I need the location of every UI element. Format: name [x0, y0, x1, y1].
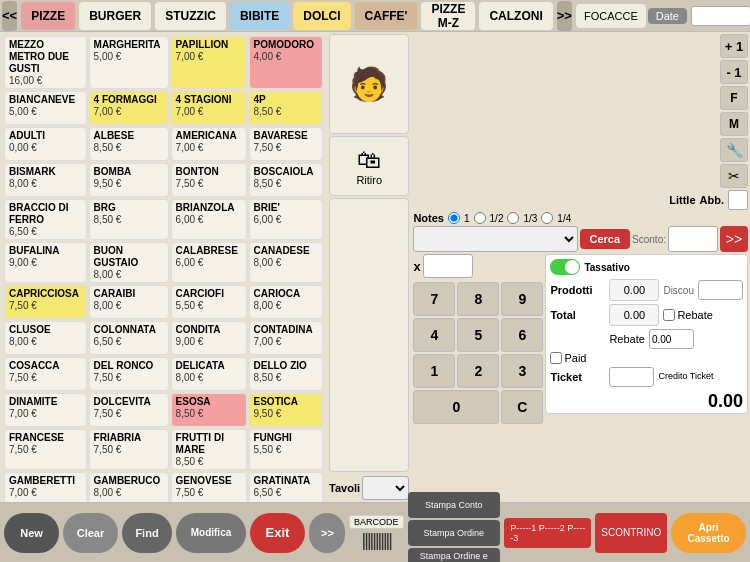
- nav-forward-button[interactable]: >>: [557, 1, 572, 31]
- category-bibite[interactable]: BIBITE: [230, 2, 289, 30]
- num-9[interactable]: 9: [501, 282, 543, 316]
- rebate-checkbox[interactable]: [663, 309, 675, 321]
- num-6[interactable]: 6: [501, 318, 543, 352]
- wrench-button[interactable]: 🔧: [720, 138, 748, 162]
- cerca-button[interactable]: Cerca: [580, 229, 631, 249]
- num-7[interactable]: 7: [413, 282, 455, 316]
- pizza-item[interactable]: CLUSOE 8,00 €: [4, 321, 87, 355]
- pizza-item[interactable]: FRUTTI DI MARE 8,50 €: [171, 429, 247, 470]
- cerca-dropdown[interactable]: [413, 226, 577, 252]
- waiter-box[interactable]: 🧑: [329, 34, 409, 134]
- pizza-item[interactable]: ESOSA 8,50 €: [171, 393, 247, 427]
- pizza-item[interactable]: 4 FORMAGGI 7,00 €: [89, 91, 169, 125]
- radio-quarter[interactable]: [541, 212, 553, 224]
- pizza-item[interactable]: POMODORO 4,00 €: [249, 36, 324, 89]
- pizza-item[interactable]: CARAIBI 8,00 €: [89, 285, 169, 319]
- minus-one-button[interactable]: - 1: [720, 60, 748, 84]
- pizza-item[interactable]: DINAMITE 7,00 €: [4, 393, 87, 427]
- num-5[interactable]: 5: [457, 318, 499, 352]
- find-button[interactable]: Find: [122, 513, 172, 553]
- category-focacce[interactable]: FOCACCE: [576, 4, 646, 28]
- num-4[interactable]: 4: [413, 318, 455, 352]
- num-2[interactable]: 2: [457, 354, 499, 388]
- nav-back-button[interactable]: <<: [2, 1, 17, 31]
- pizza-item[interactable]: PAPILLION 7,00 €: [171, 36, 247, 89]
- ticket-input[interactable]: [609, 367, 654, 387]
- pizza-item[interactable]: CARCIOFI 5,50 €: [171, 285, 247, 319]
- num-0[interactable]: 0: [413, 390, 499, 424]
- radio-1[interactable]: [448, 212, 460, 224]
- stampa-ordine-button[interactable]: Stampa Ordine: [408, 520, 501, 546]
- scontrino-button[interactable]: SCONTRINO: [595, 513, 667, 553]
- pizza-item[interactable]: MEZZO METRO DUE GUSTI 16,00 €: [4, 36, 87, 89]
- new-button[interactable]: New: [4, 513, 59, 553]
- pizza-item[interactable]: FUNGHI 5,50 €: [249, 429, 324, 470]
- clear-button[interactable]: Clear: [63, 513, 118, 553]
- category-calzoni[interactable]: CALZONI: [479, 2, 552, 30]
- apri-cassetto-button[interactable]: Apri Cassetto: [671, 513, 746, 553]
- pizza-item[interactable]: FRIABRIA 7,50 €: [89, 429, 169, 470]
- category-pizze[interactable]: PIZZE: [21, 2, 75, 30]
- pizza-item[interactable]: BRIE' 6,00 €: [249, 199, 324, 240]
- pizza-item[interactable]: ESOTICA 9,50 €: [249, 393, 324, 427]
- pizza-item[interactable]: BRIANZOLA 6,00 €: [171, 199, 247, 240]
- pizza-item[interactable]: BUFALINA 9,00 €: [4, 242, 87, 283]
- rebate-input[interactable]: [649, 329, 694, 349]
- paid-checkbox[interactable]: [550, 352, 562, 364]
- num-3[interactable]: 3: [501, 354, 543, 388]
- pizza-item[interactable]: 4P 8,50 €: [249, 91, 324, 125]
- bottom-arrow-button[interactable]: >>: [309, 513, 345, 553]
- radio-half[interactable]: [474, 212, 486, 224]
- tavoli-select[interactable]: [362, 476, 409, 500]
- tassativo-toggle[interactable]: [550, 259, 580, 275]
- abb-checkbox[interactable]: [728, 190, 748, 210]
- pizza-item[interactable]: BRG 8,50 €: [89, 199, 169, 240]
- category-pizzemz[interactable]: PIZZE M-Z: [421, 2, 475, 30]
- ritiro-button[interactable]: 🛍 Ritiro: [329, 136, 409, 196]
- pizza-item[interactable]: GRATINATA 6,50 €: [249, 472, 324, 502]
- right-arrow-button[interactable]: >>: [720, 226, 748, 252]
- pizza-item[interactable]: BONTON 7,50 €: [171, 163, 247, 197]
- category-burger[interactable]: BURGER: [79, 2, 151, 30]
- pizza-item[interactable]: DELICATA 8,00 €: [171, 357, 247, 391]
- modifica-button[interactable]: Modifica: [176, 513, 246, 553]
- pizza-item[interactable]: CONDITA 9,00 €: [171, 321, 247, 355]
- pizza-item[interactable]: BAVARESE 7,50 €: [249, 127, 324, 161]
- exit-button[interactable]: Exit: [250, 513, 305, 553]
- category-stuzzic[interactable]: STUZZIC: [155, 2, 226, 30]
- f-button[interactable]: F: [720, 86, 748, 110]
- pizza-item[interactable]: CALABRESE 6,00 €: [171, 242, 247, 283]
- pizza-item[interactable]: ALBESE 8,50 €: [89, 127, 169, 161]
- date-button[interactable]: Date: [648, 8, 687, 24]
- pizza-item[interactable]: COSACCA 7,50 €: [4, 357, 87, 391]
- x-input[interactable]: [423, 254, 473, 278]
- pizza-item[interactable]: BISMARK 8,00 €: [4, 163, 87, 197]
- radio-third[interactable]: [507, 212, 519, 224]
- pizza-item[interactable]: COLONNATA 6,50 €: [89, 321, 169, 355]
- plus-one-button[interactable]: + 1: [720, 34, 748, 58]
- pizza-item[interactable]: CANADESE 8,00 €: [249, 242, 324, 283]
- sconto-input[interactable]: [668, 226, 718, 252]
- pizza-item[interactable]: DELLO ZIO 8,50 €: [249, 357, 324, 391]
- pizza-item[interactable]: BUON GUSTAIO 8,00 €: [89, 242, 169, 283]
- pizza-item[interactable]: FRANCESE 7,50 €: [4, 429, 87, 470]
- pizza-item[interactable]: GAMBERETTI 7,00 €: [4, 472, 87, 502]
- discount-input[interactable]: [698, 280, 743, 300]
- pizza-item[interactable]: GAMBERUCO 8,00 €: [89, 472, 169, 502]
- pizza-item[interactable]: DEL RONCO 7,50 €: [89, 357, 169, 391]
- pizza-item[interactable]: CAPRICCIOSA 7,50 €: [4, 285, 87, 319]
- category-dolci[interactable]: DOLCI: [293, 2, 350, 30]
- pizza-item[interactable]: BOSCAIOLA 8,50 €: [249, 163, 324, 197]
- pizza-item[interactable]: CONTADINA 7,00 €: [249, 321, 324, 355]
- pizza-item[interactable]: CARIOCA 8,00 €: [249, 285, 324, 319]
- m-button[interactable]: M: [720, 112, 748, 136]
- category-caffe[interactable]: CAFFE': [355, 2, 418, 30]
- pizza-item[interactable]: MARGHERITA 5,00 €: [89, 36, 169, 89]
- pizza-item[interactable]: BIANCANEVE 5,00 €: [4, 91, 87, 125]
- pizza-item[interactable]: BOMBA 9,50 €: [89, 163, 169, 197]
- pizza-item[interactable]: BRACCIO DI FERRO 6,50 €: [4, 199, 87, 240]
- scissor-button[interactable]: ✂: [720, 164, 748, 188]
- stampa-ordine-conto-button[interactable]: Stampa Ordine e Conto: [408, 548, 501, 563]
- date-input[interactable]: [691, 6, 750, 26]
- num-8[interactable]: 8: [457, 282, 499, 316]
